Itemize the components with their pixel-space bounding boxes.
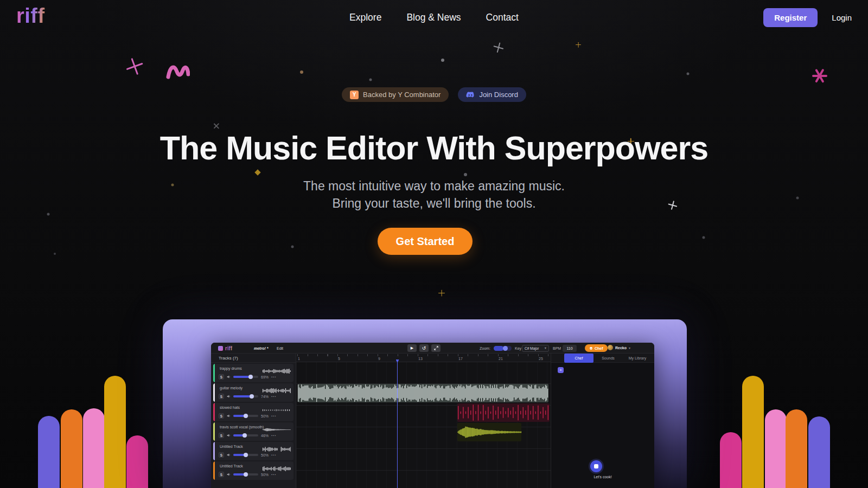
undo-button[interactable]: ↺ bbox=[419, 344, 429, 352]
nav-item-explore[interactable]: Explore bbox=[349, 12, 381, 23]
avatar bbox=[608, 345, 613, 350]
track-solo-button[interactable]: S bbox=[219, 433, 224, 438]
track-menu-button[interactable]: ••• bbox=[271, 375, 276, 378]
track-card[interactable]: Untitled Track S bbox=[213, 461, 293, 480]
track-solo-button[interactable]: S bbox=[219, 413, 224, 419]
track-card[interactable]: trappy drums S bbox=[213, 364, 293, 382]
track-volume-slider[interactable] bbox=[233, 434, 258, 436]
playhead[interactable] bbox=[397, 359, 398, 488]
audio-clip[interactable] bbox=[457, 423, 521, 441]
speaker-icon[interactable] bbox=[227, 453, 231, 457]
daw-window: riff metro! * Edit ▶ ↺ Zoom: bbox=[211, 343, 654, 488]
track-volume-value: 46% bbox=[261, 434, 269, 438]
hero-subtitle-line2: Bring your taste, we'll bring the tools. bbox=[0, 195, 868, 212]
expand-button[interactable] bbox=[431, 344, 441, 352]
track-controls: S 50% ••• bbox=[219, 413, 276, 419]
ruler-number: 13 bbox=[418, 357, 423, 361]
add-button[interactable]: + bbox=[558, 367, 564, 373]
equalizer-bar-decoration bbox=[808, 416, 830, 488]
side-panel: Chef Sounds My Library + Let's cook! bbox=[551, 354, 654, 488]
track-controls: S 46% ••• bbox=[219, 433, 276, 438]
ruler-number: 17 bbox=[458, 357, 463, 361]
speaker-icon[interactable] bbox=[227, 433, 231, 438]
stop-icon bbox=[594, 464, 598, 468]
track-volume-knob[interactable] bbox=[244, 472, 248, 477]
track-menu-button[interactable]: ••• bbox=[271, 453, 276, 457]
get-started-button[interactable]: Get Started bbox=[378, 228, 473, 255]
track-volume-knob[interactable] bbox=[248, 375, 253, 379]
track-color-stripe bbox=[213, 403, 215, 421]
discord-badge[interactable]: Join Discord bbox=[458, 87, 526, 102]
track-volume-value: 74% bbox=[261, 395, 269, 399]
track-volume-slider[interactable] bbox=[233, 473, 258, 476]
track-volume-slider[interactable] bbox=[233, 454, 258, 456]
hero-subtitle-line1: The most intuitive way to make amazing m… bbox=[0, 177, 868, 195]
user-menu[interactable]: Recko ▾ bbox=[608, 345, 630, 350]
cook-label: Let's cook! bbox=[551, 475, 654, 479]
track-volume-value: 50% bbox=[261, 453, 269, 457]
tab-my-library[interactable]: My Library bbox=[623, 354, 652, 363]
track-volume-knob[interactable] bbox=[250, 394, 254, 399]
track-solo-button[interactable]: S bbox=[219, 394, 224, 399]
track-card[interactable]: travis scott vocal (smooth) S bbox=[213, 422, 293, 441]
tab-sounds[interactable]: Sounds bbox=[593, 354, 623, 363]
track-volume-fill bbox=[233, 395, 252, 397]
track-volume-slider[interactable] bbox=[233, 376, 258, 378]
track-color-stripe bbox=[213, 461, 215, 480]
zoom-slider-fill bbox=[494, 346, 503, 351]
edit-menu[interactable]: Edit bbox=[277, 346, 283, 350]
track-solo-button[interactable]: S bbox=[219, 472, 224, 477]
chef-button[interactable]: Chef bbox=[585, 344, 608, 352]
ruler-number: 21 bbox=[499, 357, 503, 361]
tracks-list: trappy drums S bbox=[211, 364, 296, 480]
tab-chef[interactable]: Chef bbox=[564, 354, 593, 363]
equalizer-bar-decoration bbox=[38, 416, 60, 488]
track-card[interactable]: Untitled Track S bbox=[213, 442, 293, 460]
speaker-icon[interactable] bbox=[227, 472, 231, 477]
yc-badge[interactable]: Y Backed by Y Combinator bbox=[342, 87, 449, 102]
hero-title: The Music Editor With Superpowers bbox=[0, 129, 868, 167]
track-volume-knob[interactable] bbox=[242, 433, 247, 438]
zoom-slider-knob[interactable] bbox=[503, 346, 508, 351]
track-controls: S 50% ••• bbox=[219, 472, 276, 477]
track-card[interactable]: guitar melody S bbox=[213, 383, 293, 402]
stop-button[interactable] bbox=[590, 460, 602, 472]
track-menu-button[interactable]: ••• bbox=[271, 414, 276, 418]
speaker-icon[interactable] bbox=[227, 414, 231, 418]
chevron-down-icon: ▾ bbox=[545, 346, 546, 350]
yc-badge-label: Backed by Y Combinator bbox=[363, 91, 441, 99]
track-solo-button[interactable]: S bbox=[219, 374, 224, 380]
track-name: trappy drums bbox=[220, 367, 242, 370]
register-button[interactable]: Register bbox=[763, 8, 818, 27]
equalizer-bar-decoration bbox=[765, 409, 787, 488]
track-card[interactable]: slowed hats S bbox=[213, 403, 293, 421]
track-volume-knob[interactable] bbox=[244, 414, 248, 418]
track-menu-button[interactable]: ••• bbox=[271, 395, 276, 398]
track-menu-button[interactable]: ••• bbox=[271, 473, 276, 476]
nav-item-blog-news[interactable]: Blog & News bbox=[406, 12, 461, 23]
track-solo-button[interactable]: S bbox=[219, 452, 224, 458]
speaker-icon[interactable] bbox=[227, 394, 231, 399]
ruler[interactable]: 15913172125 bbox=[296, 354, 551, 362]
speaker-icon[interactable] bbox=[227, 375, 231, 379]
audio-clip[interactable] bbox=[457, 403, 550, 422]
track-menu-button[interactable]: ••• bbox=[271, 434, 276, 437]
track-volume-slider[interactable] bbox=[233, 415, 258, 417]
discord-badge-label: Join Discord bbox=[479, 91, 518, 99]
zoom-slider[interactable] bbox=[494, 346, 512, 351]
play-button[interactable]: ▶ bbox=[407, 344, 417, 352]
transport-controls: ▶ ↺ bbox=[407, 344, 441, 352]
dot-decoration bbox=[687, 73, 690, 75]
chef-hat-icon bbox=[589, 346, 593, 350]
track-volume-fill bbox=[233, 376, 251, 378]
project-name[interactable]: metro! * bbox=[254, 346, 268, 350]
nav-item-contact[interactable]: Contact bbox=[486, 12, 519, 23]
track-name: Untitled Track bbox=[220, 464, 243, 468]
track-volume-slider[interactable] bbox=[233, 395, 258, 397]
track-volume-knob[interactable] bbox=[244, 453, 248, 457]
key-select[interactable]: C# Major ▾ bbox=[522, 345, 549, 352]
plus-decoration bbox=[576, 42, 581, 47]
login-link[interactable]: Login bbox=[832, 13, 852, 22]
bpm-input[interactable]: 110 bbox=[563, 345, 577, 352]
audio-clip[interactable] bbox=[298, 384, 548, 402]
